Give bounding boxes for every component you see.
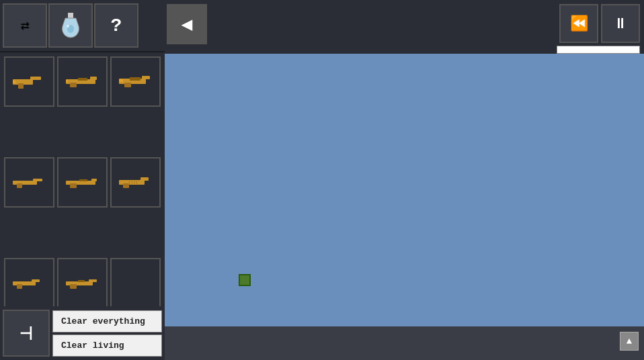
item-3-image bbox=[116, 62, 155, 101]
grid-item-1[interactable] bbox=[4, 56, 54, 107]
svg-rect-16 bbox=[130, 77, 140, 81]
svg-rect-33 bbox=[70, 284, 77, 289]
rewind-icon: ⏪ bbox=[570, 15, 588, 33]
svg-rect-8 bbox=[90, 77, 97, 80]
grid-item-9[interactable] bbox=[110, 258, 161, 308]
grid-item-7[interactable] bbox=[4, 258, 54, 308]
help-button[interactable]: ? bbox=[94, 3, 138, 48]
gun6-icon: |||| bbox=[118, 172, 153, 192]
svg-rect-6 bbox=[13, 81, 15, 83]
rewind-button[interactable]: ⏪ bbox=[559, 4, 598, 43]
swap-button[interactable]: ⇄ bbox=[3, 3, 47, 48]
svg-rect-5 bbox=[18, 83, 24, 89]
clear-menu: Clear everything Clear living bbox=[50, 310, 162, 357]
svg-text:||||: |||| bbox=[128, 180, 138, 185]
item-2-image bbox=[63, 62, 102, 101]
arrow-up-icon: ▲ bbox=[627, 336, 632, 347]
item-6-image: |||| bbox=[116, 163, 155, 201]
svg-point-2 bbox=[67, 25, 69, 28]
pause-icon: ⏸ bbox=[613, 15, 628, 33]
svg-rect-0 bbox=[68, 13, 73, 18]
exit-button[interactable]: ⊣ bbox=[3, 310, 50, 357]
exit-icon: ⊣ bbox=[19, 320, 32, 347]
clear-living-button[interactable]: Clear living bbox=[52, 334, 162, 357]
back-icon: ◀ bbox=[182, 13, 193, 36]
pistol-icon bbox=[11, 71, 46, 91]
svg-rect-4 bbox=[30, 77, 41, 80]
potion-icon bbox=[60, 13, 81, 38]
grid-item-3[interactable] bbox=[110, 56, 161, 107]
svg-rect-18 bbox=[33, 179, 42, 181]
progress-bar-fill bbox=[557, 46, 639, 53]
item-7-image bbox=[10, 264, 48, 302]
svg-rect-22 bbox=[70, 183, 77, 188]
svg-rect-30 bbox=[17, 284, 22, 289]
item-1-image bbox=[10, 62, 48, 101]
svg-rect-10 bbox=[66, 80, 68, 82]
bottom-left-panel: ⊣ Clear everything Clear living bbox=[0, 306, 165, 360]
item-5-image bbox=[63, 163, 102, 201]
svg-rect-32 bbox=[89, 279, 97, 282]
svg-rect-25 bbox=[140, 177, 149, 181]
back-button[interactable]: ◀ bbox=[167, 4, 207, 44]
svg-rect-11 bbox=[78, 78, 87, 81]
question-icon: ? bbox=[111, 15, 122, 36]
svg-rect-13 bbox=[142, 76, 150, 79]
gun5-icon bbox=[65, 172, 99, 192]
gun7-icon bbox=[11, 273, 46, 293]
grid-item-2[interactable] bbox=[57, 56, 108, 107]
svg-rect-14 bbox=[124, 83, 131, 87]
svg-rect-29 bbox=[32, 279, 40, 282]
swap-icon: ⇄ bbox=[20, 17, 29, 35]
game-entity bbox=[239, 274, 251, 286]
gun3-icon bbox=[118, 71, 153, 91]
playback-controls: ⏪ ⏸ bbox=[559, 4, 640, 43]
clear-everything-button[interactable]: Clear everything bbox=[52, 310, 162, 332]
toolbar-btn-2[interactable] bbox=[48, 3, 93, 48]
item-8-image bbox=[63, 264, 102, 302]
item-4-image bbox=[10, 163, 48, 201]
gun8-icon bbox=[65, 273, 99, 293]
grid-item-8[interactable] bbox=[57, 258, 108, 308]
grid-item-4[interactable] bbox=[4, 157, 54, 208]
bottom-right-icon[interactable]: ▲ bbox=[620, 332, 639, 351]
ground bbox=[165, 326, 644, 360]
pause-button[interactable]: ⏸ bbox=[601, 4, 640, 43]
game-area[interactable] bbox=[165, 54, 644, 326]
grid-item-5[interactable] bbox=[57, 157, 108, 208]
svg-rect-34 bbox=[78, 280, 85, 282]
svg-rect-9 bbox=[70, 83, 77, 87]
svg-rect-23 bbox=[79, 179, 87, 181]
top-right-controls: ⏪ ⏸ bbox=[553, 0, 644, 58]
grid-item-6[interactable]: |||| bbox=[110, 157, 161, 208]
progress-bar bbox=[557, 46, 640, 54]
svg-rect-21 bbox=[91, 179, 97, 181]
toolbar: ⇄ ? bbox=[0, 0, 165, 52]
svg-rect-15 bbox=[119, 79, 123, 82]
gun4-icon bbox=[11, 172, 46, 192]
svg-rect-19 bbox=[17, 183, 22, 188]
rifle-icon bbox=[65, 71, 99, 91]
